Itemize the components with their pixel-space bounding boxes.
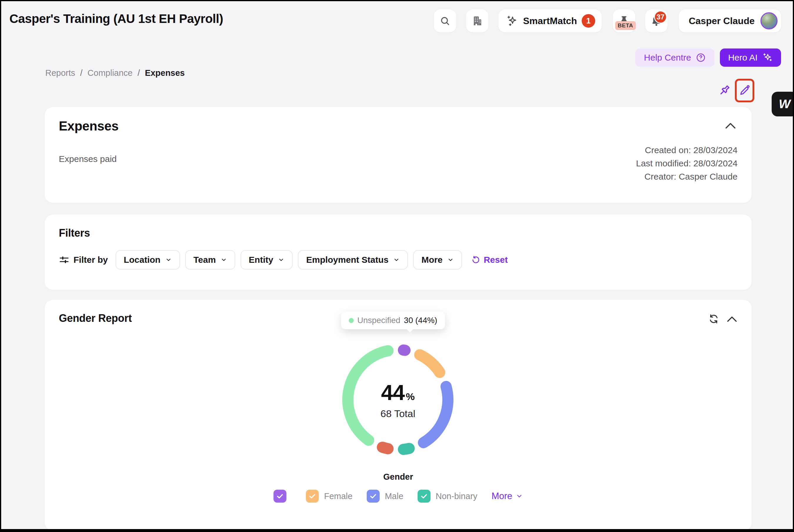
profile-name: Casper Claude	[689, 16, 755, 26]
gender-donut-chart[interactable]: 44 % 68 Total	[336, 338, 460, 461]
pencil-icon	[738, 84, 751, 97]
chevron-up-icon	[726, 316, 738, 322]
reset-filters-button[interactable]: Reset	[472, 255, 508, 265]
chevron-down-icon	[393, 256, 400, 263]
donut-segment-Male[interactable]	[423, 386, 448, 443]
pin-report-button[interactable]	[717, 83, 731, 98]
smartmatch-badge: 1	[582, 14, 595, 27]
check-icon	[369, 492, 377, 500]
donut-segment-Female[interactable]	[420, 355, 440, 373]
checkbox-female[interactable]	[306, 490, 319, 502]
chevron-down-icon	[221, 256, 227, 263]
check-icon	[308, 492, 316, 500]
breadcrumb: Reports / Compliance / Expenses	[45, 68, 185, 78]
legend-item-non-binary[interactable]: Non-binary	[418, 490, 478, 502]
breadcrumb-reports[interactable]: Reports	[45, 68, 75, 78]
tooltip-series-dot	[349, 318, 354, 323]
sparkle-icon	[506, 15, 518, 27]
legend-item-female[interactable]: Female	[306, 490, 353, 502]
tooltip-label: Unspecified	[357, 316, 400, 325]
filters-card: Filters Filter by Location Team Entity E…	[45, 214, 752, 290]
smartmatch-label: SmartMatch	[523, 16, 577, 26]
chevron-down-icon	[165, 256, 172, 263]
w-widget-button[interactable]: W	[772, 92, 793, 116]
legend-label-female: Female	[324, 491, 353, 501]
labs-button[interactable]: BETA	[613, 10, 635, 32]
breadcrumb-separator: /	[137, 68, 140, 78]
legend-more-button[interactable]: More	[492, 491, 523, 501]
breadcrumb-expenses: Expenses	[145, 68, 185, 78]
filters-row: Filter by Location Team Entity Employmen…	[59, 250, 508, 270]
check-icon	[276, 492, 284, 500]
filter-entity-dropdown[interactable]: Entity	[241, 250, 293, 269]
refresh-chart-button[interactable]	[708, 313, 719, 324]
building-icon	[472, 15, 483, 27]
gender-card-tools	[708, 313, 738, 324]
report-tools	[717, 79, 754, 102]
check-icon	[420, 492, 428, 500]
filter-employment-status-dropdown[interactable]: Employment Status	[298, 250, 408, 269]
checkbox-male[interactable]	[367, 490, 380, 502]
filter-location-dropdown[interactable]: Location	[115, 250, 180, 269]
checkbox-purple[interactable]	[274, 490, 287, 502]
chevron-down-icon	[278, 256, 284, 263]
breadcrumb-separator: /	[80, 68, 82, 78]
chevron-down-icon	[516, 493, 523, 500]
legend-label-non-binary: Non-binary	[436, 491, 478, 501]
gender-report-card: Gender Report Unspecified 30 (44%) 44	[45, 300, 752, 529]
legend-item-male[interactable]: Male	[367, 490, 404, 502]
donut-segment-unlabeled[interactable]	[404, 350, 405, 350]
legend-label-male: Male	[385, 491, 404, 501]
creator: Creator: Casper Claude	[636, 170, 738, 183]
beta-badge: BETA	[615, 21, 636, 30]
donut-segment-Non-binary[interactable]	[404, 449, 409, 450]
donut-segment-Unspecified[interactable]	[348, 350, 388, 440]
notifications-badge: 37	[654, 11, 667, 23]
filter-more-dropdown[interactable]: More	[413, 250, 462, 269]
last-modified: Last modified: 28/03/2024	[636, 157, 738, 170]
smartmatch-button[interactable]: SmartMatch 1	[498, 10, 602, 32]
tooltip-value: 30 (44%)	[404, 316, 437, 325]
hero-ai-label: Hero AI	[728, 53, 758, 63]
help-centre-label: Help Centre	[644, 53, 691, 63]
question-circle-icon	[696, 53, 706, 63]
edit-report-button[interactable]	[738, 84, 751, 97]
filter-by-label: Filter by	[74, 255, 108, 265]
created-on: Created on: 28/03/2024	[636, 144, 738, 157]
search-icon	[439, 15, 450, 26]
chart-legend: Female Male Non-binary More	[45, 490, 752, 502]
expenses-collapse-button[interactable]	[725, 122, 736, 129]
app-screen: Casper's Training (AU 1st EH Payroll) Sm…	[1, 1, 793, 529]
gender-report-title: Gender Report	[59, 312, 132, 324]
report-meta: Created on: 28/03/2024 Last modified: 28…	[636, 144, 738, 183]
gender-collapse-button[interactable]	[726, 316, 738, 322]
expenses-card: Expenses Expenses paid Created on: 28/03…	[45, 107, 752, 203]
legend-item-unlabeled[interactable]	[274, 490, 292, 502]
breadcrumb-compliance[interactable]: Compliance	[88, 68, 133, 78]
expenses-subtitle: Expenses paid	[59, 154, 117, 164]
search-button[interactable]	[434, 10, 456, 32]
profile-button[interactable]: Casper Claude	[679, 10, 781, 32]
refresh-icon	[708, 313, 719, 324]
header-controls: SmartMatch 1 BETA 37 Casper Claude	[434, 10, 781, 32]
adjustments-icon	[59, 254, 69, 265]
notifications-button[interactable]: 37	[645, 10, 667, 32]
donut-segment-unlabeled[interactable]	[382, 448, 388, 449]
w-logo: W	[779, 97, 791, 111]
pushpin-icon	[717, 83, 731, 98]
page-title: Casper's Training (AU 1st EH Payroll)	[10, 12, 223, 26]
page-actions: Help Centre Hero AI	[635, 49, 781, 67]
filter-by: Filter by	[59, 254, 108, 265]
organisation-button[interactable]	[466, 10, 488, 32]
reset-icon	[472, 255, 480, 264]
expenses-card-title: Expenses	[59, 119, 118, 133]
help-centre-button[interactable]: Help Centre	[635, 49, 715, 67]
checkbox-non-binary[interactable]	[418, 490, 430, 502]
chevron-down-icon	[447, 256, 454, 263]
avatar	[760, 12, 777, 30]
edit-annotation-highlight	[735, 79, 754, 102]
hero-ai-button[interactable]: Hero AI	[720, 49, 781, 67]
chart-tooltip: Unspecified 30 (44%)	[341, 311, 445, 329]
filter-team-dropdown[interactable]: Team	[185, 250, 235, 269]
filters-card-title: Filters	[59, 227, 90, 239]
